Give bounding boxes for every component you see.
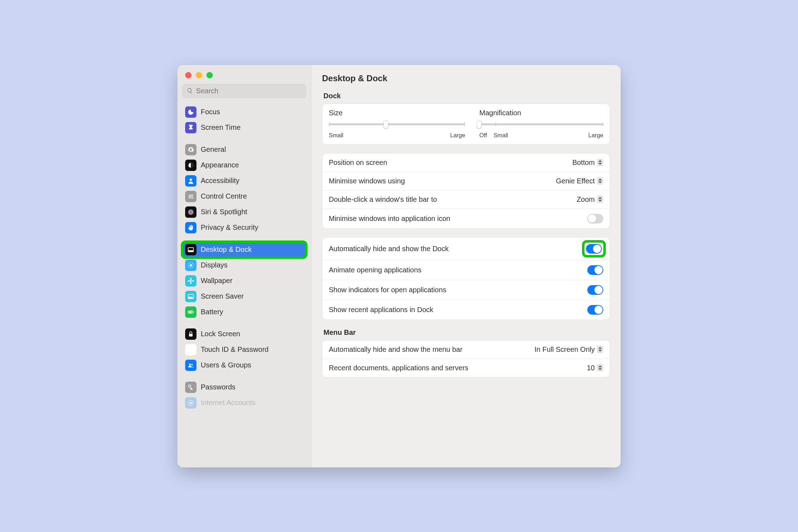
- sidebar-item-label: Passwords: [201, 383, 235, 391]
- sidebar-item-general[interactable]: General: [182, 142, 306, 157]
- svg-rect-18: [189, 334, 193, 337]
- mag-max: Large: [588, 132, 603, 139]
- auto-hide-mb-select[interactable]: In Full Screen Only: [534, 345, 603, 354]
- min-into-toggle[interactable]: [587, 214, 603, 223]
- position-select[interactable]: Bottom: [572, 159, 603, 167]
- sidebar-item-label: Touch ID & Password: [201, 345, 268, 354]
- row-dbl-click: Double-click a window's title bar toZoom: [322, 190, 610, 209]
- sidebar-item-wallpaper[interactable]: Wallpaper: [182, 273, 306, 289]
- sidebar-item-label: Lock Screen: [201, 330, 240, 338]
- sidebar-item-label: Privacy & Security: [201, 223, 258, 232]
- siri-icon: [185, 206, 196, 218]
- sidebar-item-label: Internet Accounts: [201, 399, 256, 407]
- sidebar-item-label: Focus: [201, 108, 220, 116]
- sidebar-item-privacy[interactable]: Privacy & Security: [182, 220, 306, 235]
- window-controls: [177, 65, 311, 81]
- sidebar-item-label: Users & Groups: [201, 361, 251, 369]
- battery-icon: [185, 306, 196, 318]
- sidebar-item-displays[interactable]: Displays: [182, 257, 306, 273]
- size-slider: Size Small Large: [329, 109, 465, 139]
- menubar-section-title: Menu Bar: [323, 328, 610, 337]
- mag-min: Small: [493, 132, 508, 139]
- sidebar-item-focus[interactable]: Focus: [182, 104, 306, 120]
- search-icon: [187, 87, 193, 94]
- sidebar-item-label: Accessibility: [201, 177, 239, 185]
- svg-point-5: [188, 209, 194, 215]
- sidebar-item-screen-saver[interactable]: Screen Saver: [182, 289, 306, 304]
- magnification-slider: Magnification Off Small Large: [479, 109, 603, 139]
- sidebar-item-appearance[interactable]: Appearance: [182, 157, 306, 173]
- size-track[interactable]: [329, 121, 465, 128]
- row-label: Recent documents, applications and serve…: [329, 364, 587, 372]
- select-value: Zoom: [577, 195, 595, 204]
- sidebar-item-passwords[interactable]: Passwords: [182, 379, 306, 395]
- animate-toggle[interactable]: [587, 265, 603, 275]
- row-recent: Show recent applications in Dock: [322, 300, 610, 320]
- row-indicators: Show indicators for open applications: [322, 280, 610, 300]
- sidebar-item-users[interactable]: Users & Groups: [182, 358, 306, 373]
- chevron-updown-icon: [597, 195, 603, 203]
- sidebar-item-touch-id[interactable]: Touch ID & Password: [182, 342, 306, 358]
- sidebar-item-battery[interactable]: Battery: [182, 304, 306, 320]
- auto-hide-toggle[interactable]: [586, 244, 602, 254]
- mag-off: Off: [479, 132, 493, 139]
- svg-rect-17: [189, 311, 192, 312]
- svg-point-8: [190, 264, 192, 266]
- highlight-box: [584, 243, 603, 255]
- sidebar-item-desktop-dock[interactable]: Desktop & Dock: [182, 242, 306, 257]
- size-min: Small: [329, 132, 343, 139]
- chevron-updown-icon: [597, 177, 603, 185]
- search-input[interactable]: [182, 84, 306, 98]
- close-icon[interactable]: [185, 72, 192, 78]
- svg-point-11: [190, 282, 192, 284]
- chevron-updown-icon: [597, 159, 603, 166]
- dock-options-card: Position on screenBottomMinimise windows…: [322, 153, 610, 229]
- select-value: 10: [587, 364, 595, 372]
- recent-toggle[interactable]: [587, 305, 603, 315]
- sun-icon: [185, 260, 196, 271]
- svg-point-13: [192, 280, 194, 281]
- sidebar-item-label: Battery: [201, 308, 223, 316]
- row-label: Minimise windows using: [329, 177, 556, 185]
- svg-point-20: [191, 364, 193, 365]
- sidebar-list[interactable]: FocusScreen TimeGeneralAppearanceAccessi…: [177, 103, 311, 467]
- svg-point-10: [190, 278, 192, 280]
- sidebar-item-control-centre[interactable]: Control Centre: [182, 189, 306, 204]
- page-title: Desktop & Dock: [322, 73, 610, 83]
- key-icon: [185, 382, 196, 393]
- svg-point-12: [188, 280, 190, 281]
- dbl-click-select[interactable]: Zoom: [577, 195, 603, 204]
- sidebar-item-label: Siri & Spotlight: [201, 208, 247, 216]
- search-field[interactable]: [196, 87, 302, 95]
- svg-rect-16: [193, 311, 194, 312]
- row-recent-docs: Recent documents, applications and serve…: [322, 359, 610, 377]
- sidebar-item-accessibility[interactable]: Accessibility: [182, 173, 306, 189]
- mag-track[interactable]: [479, 121, 603, 128]
- content-pane: Desktop & Dock Dock Size Small Large: [311, 65, 621, 467]
- maximize-icon[interactable]: [206, 72, 213, 78]
- svg-point-19: [189, 364, 191, 365]
- row-animate: Animate opening applications: [322, 260, 610, 280]
- sidebar-item-label: Screen Saver: [201, 292, 244, 300]
- sidebar-item-siri[interactable]: Siri & Spotlight: [182, 204, 306, 220]
- min-using-select[interactable]: Genie Effect: [556, 177, 603, 185]
- person-icon: [185, 175, 196, 187]
- svg-point-4: [192, 197, 193, 198]
- svg-point-1: [190, 178, 192, 181]
- sidebar-item-label: Appearance: [201, 161, 239, 169]
- sidebar-item-label: Wallpaper: [201, 277, 232, 285]
- row-label: Position on screen: [329, 159, 572, 167]
- indicators-toggle[interactable]: [587, 285, 603, 295]
- minimize-icon[interactable]: [196, 72, 202, 78]
- row-auto-hide-mb: Automatically hide and show the menu bar…: [322, 340, 610, 359]
- sidebar-item-lock-screen[interactable]: Lock Screen: [182, 326, 306, 342]
- recent-docs-select[interactable]: 10: [587, 364, 603, 372]
- gear-icon: [185, 144, 196, 155]
- sidebar-item-screen-time[interactable]: Screen Time: [182, 120, 306, 135]
- sidebar-item-internet[interactable]: Internet Accounts: [182, 395, 306, 411]
- row-label: Animate opening applications: [329, 266, 587, 274]
- svg-point-2: [192, 194, 193, 195]
- users-icon: [185, 360, 196, 371]
- sliders-icon: [185, 191, 196, 202]
- sidebar-item-label: General: [201, 145, 226, 154]
